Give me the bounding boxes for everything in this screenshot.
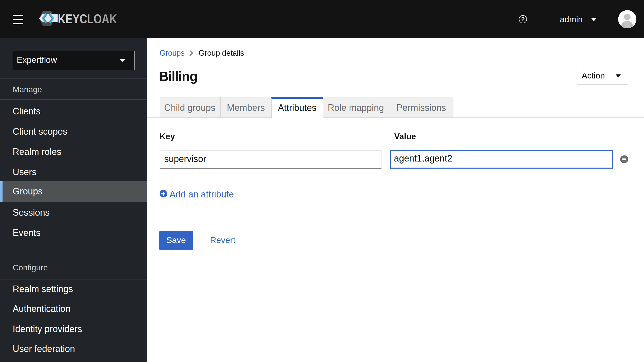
svg-text:KEYCLOAK: KEYCLOAK (58, 12, 117, 26)
